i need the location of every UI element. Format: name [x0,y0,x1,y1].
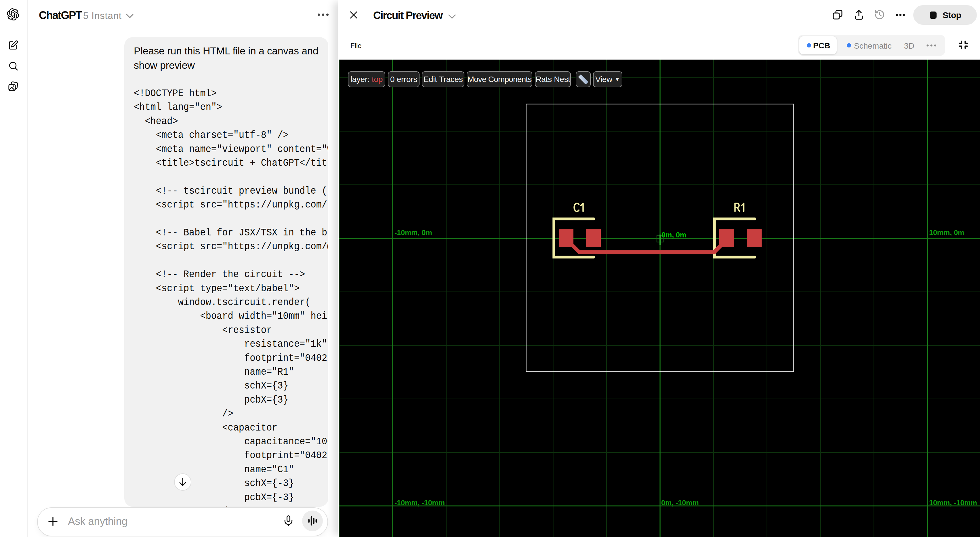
svg-text:10mm, -10mm: 10mm, -10mm [929,499,977,507]
svg-text:0m, -10mm: 0m, -10mm [661,499,699,507]
svg-text:0m, 0m: 0m, 0m [662,231,686,239]
svg-text:-10mm, -10mm: -10mm, -10mm [395,499,445,507]
svg-text:-10mm, 0m: -10mm, 0m [395,228,432,237]
svg-text:10mm, 0m: 10mm, 0m [929,228,964,237]
